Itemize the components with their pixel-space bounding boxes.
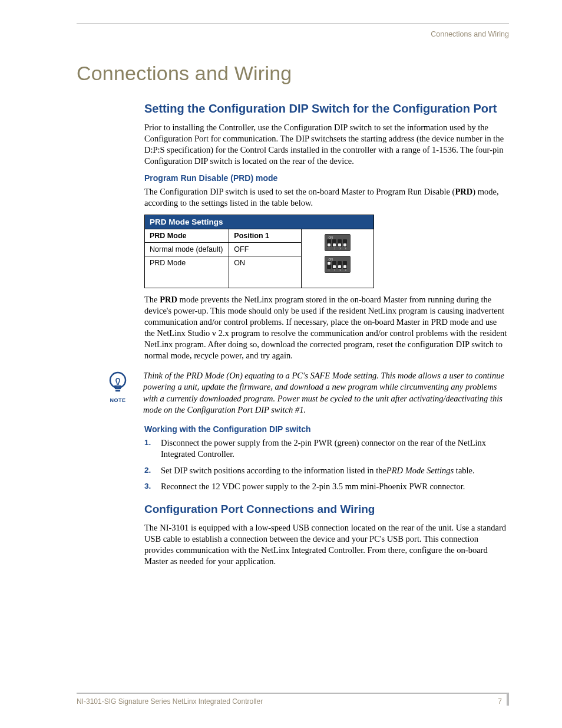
note-icon: NOTE: [103, 370, 133, 403]
text: Set DIP switch positions according to th…: [161, 466, 386, 475]
prd-mode-table: PRD Mode Settings PRD Mode Position 1 ON…: [144, 215, 374, 288]
port-paragraph: The NI-3101 is equipped with a low-speed…: [144, 522, 509, 568]
note-label: NOTE: [103, 397, 133, 403]
cell-prd-mode: PRD Mode: [145, 256, 229, 288]
cell-normal-mode: Normal mode (default): [145, 242, 229, 256]
list-item: Set DIP switch positions according to th…: [144, 465, 509, 477]
table-col-pos1: Position 1: [229, 229, 302, 242]
dip-switch-off-icon: ON 1 2 3 4: [325, 234, 350, 251]
table-title: PRD Mode Settings: [145, 215, 374, 229]
prd-paragraph-2: The PRD mode prevents the NetLinx progra…: [144, 294, 509, 362]
note-text: Think of the PRD Mode (On) equating to a…: [143, 370, 509, 416]
running-head: Connections and Wiring: [77, 30, 509, 38]
dip-switch-on-icon: ON 1 2 3 4: [325, 256, 350, 273]
intro-paragraph: Prior to installing the Controller, use …: [144, 122, 509, 167]
bold-prd: PRD: [455, 187, 472, 196]
page-number: 7: [498, 697, 507, 706]
dip-illustration-cell: ON 1 2 3 4 ON: [302, 229, 374, 288]
dip-nums: 1 2 3 4: [327, 248, 348, 250]
footer-title: NI-3101-SIG Signature Series NetLinx Int…: [77, 697, 263, 706]
subheading-prd: Program Run Disable (PRD) mode: [144, 173, 509, 183]
lightbulb-icon: [106, 370, 130, 396]
text: The Configuration DIP switch is used to …: [144, 187, 455, 196]
cell-off: OFF: [229, 242, 302, 256]
section-heading-dip: Setting the Configuration DIP Switch for…: [144, 101, 509, 116]
table-col-mode: PRD Mode: [145, 229, 229, 242]
text: The: [144, 295, 160, 304]
dip-nums: 1 2 3 4: [327, 269, 348, 272]
page-footer: NI-3101-SIG Signature Series NetLinx Int…: [77, 693, 509, 706]
page-title: Connections and Wiring: [77, 62, 509, 85]
cell-on: ON: [229, 256, 302, 288]
top-rule: [77, 24, 509, 24]
text: mode prevents the NetLinx program stored…: [144, 295, 507, 361]
note-block: NOTE Think of the PRD Mode (On) equating…: [103, 370, 509, 416]
bold-prd: PRD: [160, 295, 177, 304]
italic-ref: PRD Mode Settings: [386, 466, 454, 475]
steps-list: Disconnect the power supply from the 2-p…: [144, 437, 509, 493]
section-heading-port: Configuration Port Connections and Wirin…: [144, 502, 509, 516]
subheading-working: Working with the Configuration DIP switc…: [144, 424, 509, 434]
text: table.: [454, 466, 474, 475]
prd-paragraph-1: The Configuration DIP switch is used to …: [144, 186, 509, 209]
list-item: Reconnect the 12 VDC power supply to the…: [144, 481, 509, 493]
list-item: Disconnect the power supply from the 2-p…: [144, 437, 509, 460]
